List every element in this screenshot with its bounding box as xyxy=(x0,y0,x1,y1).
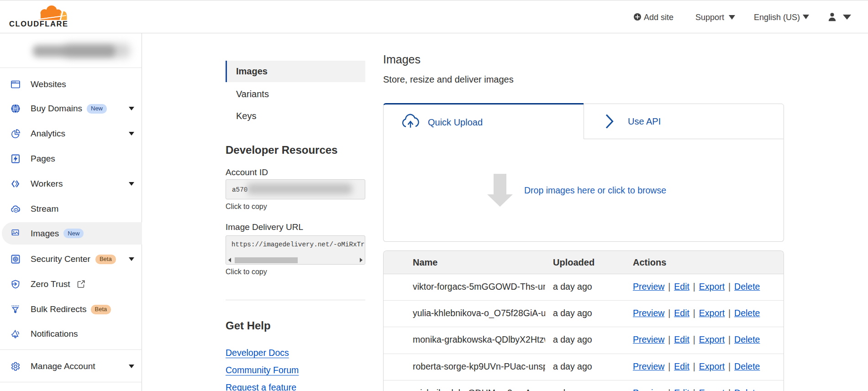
svg-text:WWW: WWW xyxy=(12,108,19,110)
svg-text:CLOUDFLARE: CLOUDFLARE xyxy=(9,20,68,28)
